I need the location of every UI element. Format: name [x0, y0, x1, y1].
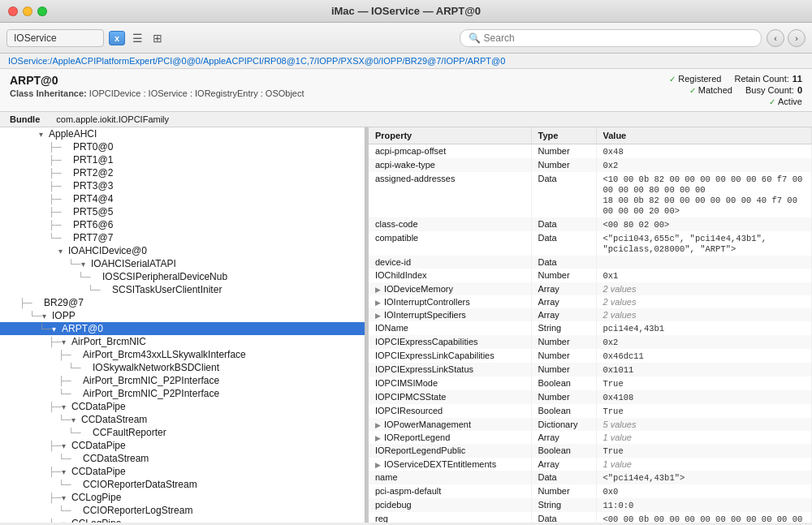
tree-item[interactable]: ├─▾ CCLogPipe [0, 517, 365, 523]
next-icon: › [795, 33, 798, 43]
tree-item[interactable]: └─▾ IOAHCISerialATAPI [0, 257, 365, 270]
expand-icon[interactable]: ▶ [375, 461, 381, 469]
tree-item[interactable]: ├─PRT5@5 [0, 205, 365, 218]
expand-arrow-icon[interactable]: ▾ [81, 260, 91, 269]
tree-item[interactable]: ├─AirPort_BrcmNIC_P2PInterface [0, 374, 365, 387]
expand-icon[interactable]: ▶ [375, 299, 381, 307]
table-row[interactable]: acpi-pmcap-offsetNumber0x48 [369, 144, 812, 159]
tree-item[interactable]: └─▾ IOPP [0, 309, 365, 322]
table-row[interactable]: IOPCIExpressCapabilitiesNumber0x2 [369, 335, 812, 349]
table-row[interactable]: ▶IOInterruptControllersArray2 values [369, 295, 812, 308]
tree-item[interactable]: ├─▾ CCLogPipe [0, 491, 365, 504]
tree-item[interactable]: └─CCIOReporterLogStream [0, 504, 365, 517]
prop-value-cell: pci14e4,43b1 [596, 321, 812, 335]
expand-arrow-icon[interactable]: ▾ [42, 312, 52, 321]
expand-arrow-icon[interactable]: ▾ [62, 338, 71, 346]
table-row[interactable]: IOPCIExpressLinkCapabilitiesNumber0x46dc… [369, 349, 812, 363]
minimize-button[interactable] [23, 6, 32, 16]
tree-item[interactable]: ▾ IOAHCIDevice@0 [0, 244, 365, 257]
tree-item[interactable]: ▾ AppleAHCI [0, 127, 365, 140]
tree-item[interactable]: ├─PRT4@4 [0, 192, 365, 205]
table-row[interactable]: class-codeData<00 80 02 00> [369, 217, 812, 231]
tree-item[interactable]: ├─▾ CCDataPipe [0, 465, 365, 478]
expand-arrow-icon[interactable]: ▾ [58, 247, 68, 256]
table-row[interactable]: IOChildIndexNumber0x1 [369, 269, 812, 282]
table-row[interactable]: acpi-wake-typeNumber0x2 [369, 158, 812, 172]
expand-arrow-icon[interactable]: ▾ [71, 415, 81, 424]
expand-icon[interactable]: ▶ [375, 286, 381, 294]
table-row[interactable]: pci-aspm-defaultNumber0x0 [369, 484, 812, 498]
table-row[interactable]: compatibleData<"pci1043,655c", "pci14e4,… [369, 231, 812, 256]
tree-connector: ├─ [49, 207, 62, 217]
table-row[interactable]: IONameStringpci14e4,43b1 [369, 321, 812, 335]
table-row[interactable]: IOReportLegendPublicBooleanTrue [369, 444, 812, 458]
search-box[interactable]: 🔍 [460, 29, 762, 47]
tree-item[interactable]: ├─BR29@7 [0, 296, 365, 309]
expand-arrow-icon[interactable]: ▾ [62, 402, 71, 411]
tree-item[interactable]: └─SCSITaskUserClientIniter [0, 283, 365, 296]
expand-arrow-icon[interactable]: ▾ [62, 441, 71, 450]
close-button[interactable] [8, 6, 18, 16]
tree-item[interactable]: └─IOSkywalkNetworkBSDClient [0, 361, 365, 374]
prop-type-cell: Array [531, 295, 596, 308]
expand-arrow-icon[interactable]: ▾ [62, 467, 71, 476]
table-row[interactable]: IOPCIMSIModeBooleanTrue [369, 377, 812, 390]
property-name: IOName [375, 323, 408, 333]
property-name: IOReportLegendPublic [375, 445, 465, 455]
tree-item[interactable]: └─CCIOReporterDataStream [0, 478, 365, 491]
prop-type-cell: Data [531, 217, 596, 231]
prop-value-cell: 2 values [596, 282, 812, 295]
tree-item[interactable]: ├─▾ CCDataPipe [0, 439, 365, 452]
table-row[interactable]: ▶IOPowerManagementDictionary5 values [369, 418, 812, 431]
expand-arrow-icon[interactable]: ▾ [62, 493, 71, 502]
prop-name-cell: ▶IOServiceDEXTEntitlements [369, 458, 531, 471]
tree-item[interactable]: └─▾ ARPT@0 [0, 322, 365, 335]
maximize-button[interactable] [37, 6, 47, 16]
tree-item[interactable]: └─CCDataStream [0, 452, 365, 465]
tree-item[interactable]: └─CCFaultReporter [0, 426, 365, 439]
table-row[interactable]: ▶IODeviceMemoryArray2 values [369, 282, 812, 295]
tree-item[interactable]: └─PRT7@7 [0, 231, 365, 244]
filter-box[interactable]: IOService [6, 29, 104, 47]
table-row[interactable]: ▶IOServiceDEXTEntitlementsArray1 value [369, 458, 812, 471]
table-row[interactable]: assigned-addressesData<10 00 0b 82 00 00… [369, 172, 812, 217]
expand-arrow-icon[interactable]: ▾ [62, 519, 71, 523]
expand-arrow-icon[interactable]: ▾ [39, 130, 49, 139]
list-view-button[interactable]: ☰ [130, 29, 145, 47]
table-row[interactable]: ▶IOReportLegendArray1 value [369, 431, 812, 444]
table-row[interactable]: nameData<"pci14e4,43b1"> [369, 471, 812, 484]
table-row[interactable]: IOPCIResourcedBooleanTrue [369, 404, 812, 418]
expand-icon[interactable]: ▶ [375, 434, 381, 442]
tree-item[interactable]: ├─▾ CCDataPipe [0, 400, 365, 413]
grid-icon: ⊞ [153, 32, 162, 45]
prop-name-cell: name [369, 471, 531, 484]
expand-icon[interactable]: ▶ [375, 421, 381, 429]
search-input[interactable] [484, 32, 753, 44]
tree-item[interactable]: ├─PRT6@6 [0, 218, 365, 231]
tree-item[interactable]: ├─▾ AirPort_BrcmNIC [0, 335, 365, 348]
table-row[interactable]: pcidebugString11:0:0 [369, 498, 812, 512]
tree-item[interactable]: ├─PRT1@1 [0, 153, 365, 166]
table-row[interactable]: IOPCIPMCSStateNumber0x4108 [369, 390, 812, 404]
next-button[interactable]: › [788, 29, 806, 47]
tree-item[interactable]: └─▾ CCDataStream [0, 413, 365, 426]
filter-clear-button[interactable]: x [109, 31, 125, 45]
grid-view-button[interactable]: ⊞ [150, 29, 165, 47]
table-row[interactable]: ▶IOInterruptSpecifiersArray2 values [369, 308, 812, 321]
tree-item[interactable]: ├─AirPort_Brcm43xxLLSkywalkInterface [0, 348, 365, 361]
table-row[interactable]: IOPCIExpressLinkStatusNumber0x1011 [369, 363, 812, 377]
tree-item[interactable]: ├─PRT0@0 [0, 140, 365, 153]
property-value: 0x1 [603, 271, 619, 281]
tree-item[interactable]: ├─PRT3@3 [0, 179, 365, 192]
tree-item[interactable]: ├─PRT2@2 [0, 166, 365, 179]
tree-item[interactable]: └─AirPort_BrcmNIC_P2PInterface [0, 387, 365, 400]
property-type: Number [538, 146, 570, 156]
expand-arrow-icon[interactable]: ▾ [52, 325, 62, 334]
prop-value-cell: 0x2 [596, 158, 812, 172]
table-row[interactable]: regData<00 00 0b 00 00 00 00 00 00 00 00… [369, 512, 812, 523]
tree-item[interactable]: └─IOSCSIPeripheralDeviceNub [0, 270, 365, 283]
prev-button[interactable]: ‹ [767, 29, 784, 47]
expand-icon[interactable]: ▶ [375, 312, 381, 320]
prop-value-cell: <"pci1043,655c", "pci14e4,43b1", "pcicla… [596, 231, 812, 256]
table-row[interactable]: device-idData [369, 256, 812, 269]
